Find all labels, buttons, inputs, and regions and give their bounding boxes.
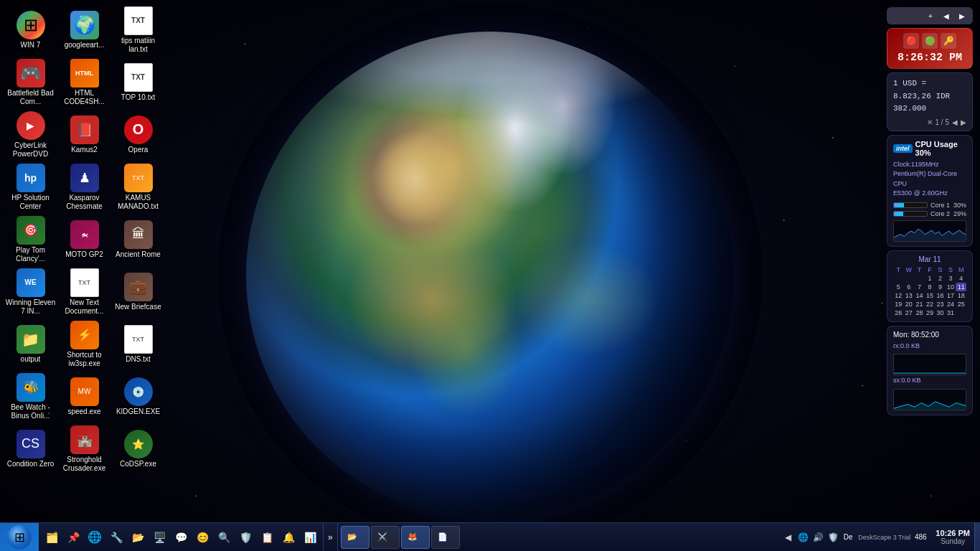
desktop-icon-ancientrome[interactable]: 🏛Ancient Rome xyxy=(111,213,165,265)
taskbar-item-app4[interactable]: 📄 xyxy=(431,526,460,549)
ql-btn-emoji[interactable]: 😊 xyxy=(192,527,212,547)
cal-day-cell[interactable]: 7 xyxy=(914,283,925,291)
widget-next-btn[interactable]: ▶ xyxy=(956,9,969,22)
desktop-icon-kasparov[interactable]: ♟Kasparov Chessmate xyxy=(57,161,111,213)
desktop-icon-win7[interactable]: ⊞WIN 7 xyxy=(4,4,57,56)
taskbar-expand-btn[interactable]: » xyxy=(324,523,338,551)
tray-clock-time: 10:26 PM xyxy=(936,529,970,537)
ql-btn-monitor[interactable]: 🖥️ xyxy=(149,527,169,547)
cal-day-cell[interactable]: 20 xyxy=(904,300,915,309)
ql-btn-bell[interactable]: 🔔 xyxy=(278,527,298,547)
ql-btn-pin[interactable]: 📌 xyxy=(63,527,83,547)
cal-day-cell[interactable]: 24 xyxy=(946,300,956,309)
clock-tray[interactable]: 10:26 PM Sunday xyxy=(931,523,974,551)
desktop-icon-html[interactable]: HTMLHTML CODE4SH... xyxy=(57,56,111,108)
desktop-icon-winning[interactable]: WEWinning Eleven 7 IN... xyxy=(4,265,57,318)
core2-label: Core 2 29% xyxy=(930,210,966,217)
desktop-icon-tips[interactable]: TXTtips matiiin lan.txt xyxy=(111,4,165,56)
cal-day-cell[interactable]: 21 xyxy=(914,300,925,309)
cal-day-cell[interactable]: 9 xyxy=(935,283,946,291)
tray-icon-expand[interactable]: ◀ xyxy=(781,531,794,544)
tray-volume[interactable]: 🔊 xyxy=(811,531,824,544)
icon-img-winning: WE xyxy=(17,268,45,297)
tray-extra[interactable]: 486 xyxy=(914,531,927,544)
tray-network[interactable]: 🌐 xyxy=(796,531,809,544)
ql-btn-chat[interactable]: 💬 xyxy=(171,527,191,547)
desktop-icon-output[interactable]: 📁output xyxy=(4,318,57,370)
taskbar-item-firefox[interactable]: 🦊 xyxy=(401,526,430,549)
currency-next-btn[interactable]: ▶ xyxy=(961,118,966,126)
cal-day-cell[interactable]: 3 xyxy=(946,274,956,283)
cal-day-cell[interactable]: 31 xyxy=(946,309,956,317)
desktop-icon-opera[interactable]: OOpera xyxy=(111,108,165,161)
cal-day-cell[interactable]: 16 xyxy=(935,291,946,300)
cal-day-cell[interactable]: 10 xyxy=(946,283,956,291)
desktop-icon-shortcut[interactable]: ⚡Shortcut to iw3sp.exe xyxy=(57,318,111,370)
cal-day-cell[interactable]: 12 xyxy=(893,291,904,300)
desktop-icon-cyberlink[interactable]: ▶CyberLink PowerDVD xyxy=(4,108,57,161)
cal-day-cell[interactable]: 28 xyxy=(914,309,925,317)
show-desktop-btn[interactable] xyxy=(974,523,980,552)
ql-btn-chart[interactable]: 📊 xyxy=(300,527,320,547)
cal-day-cell[interactable]: 1 xyxy=(925,274,936,283)
taskbar-item-app2[interactable]: ⚔️ xyxy=(371,526,400,549)
cal-day-cell[interactable]: 19 xyxy=(893,300,904,309)
tray-shield[interactable]: 🛡️ xyxy=(826,531,839,544)
desktop-icon-briefcase[interactable]: 💼New Briefcase xyxy=(111,265,165,318)
cal-day-cell[interactable]: 4 xyxy=(956,274,966,283)
desktop-icon-top10[interactable]: TXTTOP 10.txt xyxy=(111,56,165,108)
tray-lang[interactable]: De xyxy=(842,531,854,544)
cal-day-cell[interactable]: 25 xyxy=(956,300,966,309)
cal-day-cell[interactable]: 23 xyxy=(935,300,946,309)
cal-day-cell[interactable]: 17 xyxy=(946,291,956,300)
cal-day-cell[interactable]: 18 xyxy=(956,291,966,300)
desktop-icon-googleearth[interactable]: 🌍googleeart... xyxy=(57,4,111,56)
icon-label-motogp: MOTO GP2 xyxy=(65,250,103,259)
desktop-icon-stronghold[interactable]: 🏰Stronghold Crusader.exe xyxy=(57,423,111,475)
cal-day-cell[interactable]: 6 xyxy=(904,283,915,291)
cal-day-cell[interactable]: 8 xyxy=(925,283,936,291)
ql-btn-ie[interactable]: 🌐 xyxy=(85,527,105,547)
desktop-icon-dns[interactable]: TXTDNS.txt xyxy=(111,318,165,370)
cal-day-cell[interactable]: 26 xyxy=(893,309,904,317)
currency-close-btn[interactable]: ✕ xyxy=(927,118,933,126)
desktop-icon-beewatch[interactable]: 🐝Bee Watch - Binus Onli... xyxy=(4,370,57,423)
start-button[interactable]: ⊞ xyxy=(0,523,39,552)
ql-btn-shield[interactable]: 🛡️ xyxy=(235,527,255,547)
cal-day-cell[interactable]: 14 xyxy=(914,291,925,300)
taskbar-item-explorer[interactable]: 📂 xyxy=(341,526,369,549)
desktop-icon-playtom[interactable]: 🎯Play Tom Clancy'... xyxy=(4,213,57,265)
desktop-icon-speedexe[interactable]: MWspeed.exe xyxy=(57,370,111,423)
cal-day-cell[interactable]: 11 xyxy=(956,283,966,291)
cal-day-cell[interactable]: 13 xyxy=(904,291,915,300)
cal-day-cell[interactable]: 2 xyxy=(935,274,946,283)
desktop-icon-newtext[interactable]: TXTNew Text Document... xyxy=(57,265,111,318)
desktop-icon-kamus2[interactable]: 📕Kamus2 xyxy=(57,108,111,161)
desktop-icon-kidgen[interactable]: 💿KIDGEN.EXE xyxy=(111,370,165,423)
ql-btn-explorer[interactable]: 🗂️ xyxy=(42,527,62,547)
cal-header-cell: S xyxy=(946,265,956,274)
cal-day-cell[interactable]: 30 xyxy=(935,309,946,317)
cal-day-cell[interactable]: 27 xyxy=(904,309,915,317)
ql-btn-clipboard[interactable]: 📋 xyxy=(257,527,277,547)
currency-prev-btn[interactable]: ◀ xyxy=(952,118,958,126)
icon-img-stronghold: 🏰 xyxy=(70,425,99,454)
icon-label-newtext: New Text Document... xyxy=(60,298,110,316)
cal-day-cell[interactable]: 5 xyxy=(893,283,904,291)
desktop-icon-codsp[interactable]: ⭐CoDSP.exe xyxy=(111,423,165,475)
cal-day-cell[interactable]: 29 xyxy=(925,309,936,317)
ql-btn-search[interactable]: 🔍 xyxy=(214,527,234,547)
icon-img-tips: TXT xyxy=(124,6,153,35)
widget-prev-btn[interactable]: ◀ xyxy=(940,9,953,22)
icon-img-output: 📁 xyxy=(17,325,45,354)
widget-add-btn[interactable]: + xyxy=(924,9,937,22)
cal-day-cell[interactable]: 22 xyxy=(925,300,936,309)
ql-btn-folder[interactable]: 📂 xyxy=(128,527,148,547)
desktop-icon-battlefield[interactable]: 🎮Battlefield Bad Com... xyxy=(4,56,57,108)
desktop-icon-cszero[interactable]: CSCondition Zero xyxy=(4,423,57,475)
desktop-icon-hp[interactable]: hpHP Solution Center xyxy=(4,161,57,213)
desktop-icon-kamus-man[interactable]: TXTKAMUS MANADO.txt xyxy=(111,161,165,213)
cal-day-cell[interactable]: 15 xyxy=(925,291,936,300)
ql-btn-control[interactable]: 🔧 xyxy=(106,527,126,547)
desktop-icon-motogp[interactable]: 🏍MOTO GP2 xyxy=(57,213,111,265)
